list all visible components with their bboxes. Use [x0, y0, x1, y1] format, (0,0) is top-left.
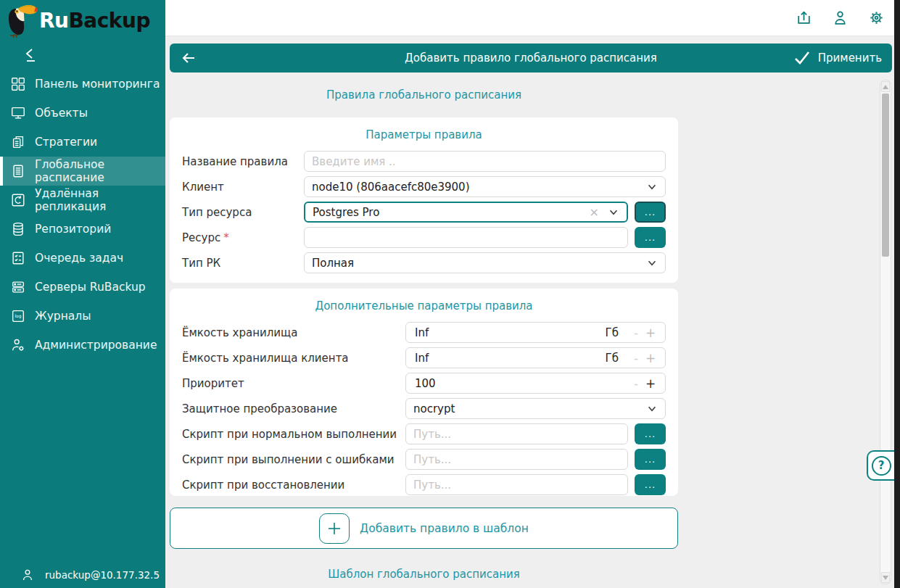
resource-type-value: Postgres Pro: [313, 206, 590, 219]
rule-params-title: Параметры правила: [182, 128, 666, 141]
rule-name-input[interactable]: [304, 151, 666, 172]
sidebar-item-global-schedule[interactable]: Глобальное расписание: [0, 157, 165, 186]
script-restore-label: Скрипт при восстановлении: [182, 479, 405, 492]
scroll-down-icon: [883, 576, 888, 580]
sidebar-item-label: Удалённая репликация: [35, 187, 165, 213]
backup-type-select[interactable]: Полная: [304, 252, 666, 273]
resource-browse-button[interactable]: ...: [635, 227, 666, 248]
sidebar-item-repository[interactable]: Репозиторий: [0, 215, 165, 244]
session-user-label: rubackup@10.177.32.5: [45, 569, 160, 581]
sidebar-item-label: Администрирование: [35, 339, 157, 352]
client-storage-capacity-input[interactable]: [413, 351, 606, 365]
sidebar-item-servers[interactable]: Серверы RuBackup: [0, 273, 165, 302]
script-normal-input[interactable]: [405, 423, 628, 444]
sidebar-item-label: Панель мониторинга: [35, 78, 160, 91]
sidebar-nav: Панель мониторинга Объекты Стратегии: [0, 70, 165, 360]
storage-capacity-input[interactable]: [413, 326, 606, 340]
plus-icon: [319, 513, 350, 544]
sidebar-item-strategies[interactable]: Стратегии: [0, 128, 165, 157]
replication-icon: [10, 192, 26, 208]
logs-icon: log: [10, 308, 26, 324]
scrollbar-thumb[interactable]: [882, 94, 889, 257]
chevron-down-icon: [608, 208, 619, 217]
vertical-scrollbar[interactable]: [880, 80, 891, 584]
scroll-down-button[interactable]: [881, 572, 890, 583]
toucan-logo-icon: [4, 2, 39, 38]
resource-type-browse-button[interactable]: ...: [635, 202, 666, 223]
crypto-select[interactable]: nocrypt: [405, 398, 666, 419]
apply-button[interactable]: Применить: [793, 50, 882, 66]
required-asterisk: *: [223, 231, 229, 244]
script-normal-browse-button[interactable]: ...: [635, 423, 666, 444]
user-icon: [20, 568, 35, 582]
storage-capacity-label: Ёмкость хранилища: [182, 326, 405, 339]
backup-type-row: Тип РК Полная: [182, 252, 666, 273]
script-normal-row: Скрипт при нормальном выполнении ...: [182, 423, 666, 444]
sidebar-item-label: Очередь задач: [35, 252, 123, 265]
dashboard-icon: [10, 76, 26, 92]
sidebar: RuBackup Панель мониторинга: [0, 0, 165, 588]
servers-icon: [10, 279, 26, 295]
script-restore-browse-button[interactable]: ...: [635, 474, 666, 495]
client-label: Клиент: [182, 181, 304, 194]
collapse-sidebar-icon[interactable]: [23, 46, 42, 65]
help-button[interactable]: ?: [867, 450, 894, 481]
sidebar-item-label: Репозиторий: [35, 223, 111, 236]
priority-input[interactable]: [413, 376, 629, 391]
resource-type-label: Тип ресурса: [182, 206, 304, 219]
script-error-browse-button[interactable]: ...: [635, 449, 666, 470]
administration-icon: [10, 337, 26, 353]
client-select[interactable]: node10 (806aacefc80e3900): [304, 176, 666, 197]
sidebar-item-label: Объекты: [35, 107, 88, 120]
sidebar-item-objects[interactable]: Объекты: [0, 99, 165, 128]
add-rule-to-template-button[interactable]: Добавить правило в шаблон: [170, 508, 678, 549]
client-storage-capacity-row: Ёмкость хранилища клиента Гб - +: [182, 347, 666, 368]
user-icon[interactable]: [830, 9, 849, 28]
chevron-down-icon: [646, 405, 658, 413]
form-header-bar: Добавить правило глобального расписания …: [170, 44, 892, 73]
sidebar-item-remote-replication[interactable]: Удалённая репликация: [0, 186, 165, 215]
client-storage-capacity-stepper: Гб - +: [405, 347, 666, 368]
upload-icon[interactable]: [794, 9, 813, 28]
storage-capacity-unit: Гб: [606, 326, 619, 339]
priority-stepper: - +: [405, 373, 666, 394]
script-error-input[interactable]: [405, 449, 628, 470]
minus-button[interactable]: -: [629, 326, 643, 340]
plus-button[interactable]: +: [643, 351, 658, 365]
brand-ru: Ru: [39, 9, 69, 33]
storage-capacity-row: Ёмкость хранилища Гб - +: [182, 322, 666, 343]
sidebar-item-administration[interactable]: Администрирование: [0, 331, 165, 360]
minus-button[interactable]: -: [629, 376, 643, 391]
sidebar-item-label: Стратегии: [35, 136, 97, 149]
gear-icon[interactable]: [867, 9, 885, 28]
client-value: node10 (806aacefc80e3900): [312, 181, 646, 194]
repository-icon: [10, 221, 26, 237]
main-content: Добавить правило глобального расписания …: [165, 36, 894, 588]
resource-input[interactable]: [304, 227, 628, 248]
add-rule-to-template-label: Добавить правило в шаблон: [360, 522, 529, 535]
sidebar-item-dashboard[interactable]: Панель мониторинга: [0, 70, 165, 99]
minus-button[interactable]: -: [629, 351, 643, 365]
plus-button[interactable]: +: [643, 326, 658, 340]
resource-type-combobox[interactable]: Postgres Pro ×: [304, 202, 628, 223]
scroll-up-button[interactable]: [881, 81, 890, 92]
chevron-down-icon: [646, 183, 658, 191]
session-user: rubackup@10.177.32.5: [0, 568, 165, 582]
clear-icon[interactable]: ×: [590, 207, 599, 218]
script-error-label: Скрипт при выполнении с ошибками: [182, 453, 405, 466]
form-title: Добавить правило глобального расписания: [170, 51, 892, 65]
additional-params-title: Дополнительные параметры правила: [182, 299, 666, 312]
storage-capacity-stepper: Гб - +: [405, 322, 666, 343]
script-restore-row: Скрипт при восстановлении ...: [182, 474, 666, 495]
additional-params-card: Дополнительные параметры правила Ёмкость…: [170, 289, 678, 496]
scroll-up-icon: [883, 85, 888, 89]
brand-backup: Backup: [69, 9, 150, 33]
chevron-down-icon: [646, 259, 658, 268]
sidebar-item-logs[interactable]: log Журналы: [0, 302, 165, 331]
sidebar-item-task-queue[interactable]: Очередь задач: [0, 244, 165, 273]
priority-row: Приоритет - +: [182, 373, 666, 394]
script-restore-input[interactable]: [405, 474, 628, 495]
client-row: Клиент node10 (806aacefc80e3900): [182, 176, 666, 197]
back-arrow-icon[interactable]: [180, 48, 200, 68]
plus-button[interactable]: +: [643, 376, 658, 391]
